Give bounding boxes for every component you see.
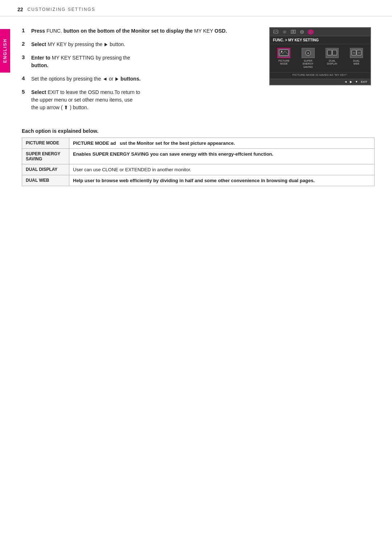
svg-rect-3: [291, 30, 293, 33]
page-title: CUSTOMIZING SETTINGS: [28, 7, 95, 12]
step-1-number: 1: [22, 27, 28, 33]
osd-saved-message: PICTURE MODE IS SAVED AS "MY KEY".: [270, 72, 370, 79]
osd-dual-display-icon: [326, 48, 339, 58]
arrow-right-icon-2: [115, 77, 118, 81]
svg-rect-4: [294, 30, 295, 33]
step-5-select: Select: [31, 89, 46, 95]
step-1-press: Press: [31, 28, 45, 34]
osd-bottom-bar: ◄ ▶ ▼ EXIT: [270, 79, 370, 85]
table-heading: Each option is explained below.: [22, 128, 375, 134]
osd-top-bar: [270, 28, 370, 36]
osd-super-energy-label: SUPERENERGYSAVING: [303, 60, 314, 69]
table-row-picture-mode: PICTURE MODE PICTURE MODE ad ust the Mon…: [22, 138, 375, 149]
step-5: 5 Select EXIT to leave the OSD menu.To r…: [22, 89, 258, 111]
osd-nav-down: ▼: [355, 80, 358, 83]
table-cell-key-2: SUPER ENERGY SAVING: [22, 149, 69, 164]
svg-point-11: [281, 51, 282, 52]
step-5-text3: the up arrow (: [31, 105, 62, 110]
svg-text:W: W: [352, 52, 355, 54]
language-tab-label: ENGLISH: [3, 38, 8, 63]
osd-option-dual-web: W W DUALWEB: [346, 48, 368, 69]
step-2-number: 2: [22, 41, 28, 47]
step-2-content: Select MY KEY by pressing the button.: [31, 41, 125, 48]
osd-picture-mode-label: PICTUREMODE: [278, 60, 290, 66]
step-4-number: 4: [22, 75, 28, 81]
step-2-select: Select: [31, 41, 46, 47]
steps-column: 1 Press FUNC. button on the bottom of th…: [22, 27, 258, 117]
step-1-content: Press FUNC. button on the bottom of the …: [31, 27, 227, 35]
svg-text:W: W: [358, 52, 360, 54]
osd-picture-icon: [273, 29, 279, 34]
step-2-mykey-label: MY KEY: [48, 41, 68, 47]
osd-options-grid: PICTUREMODE ☀ SUPERENERGYSAVING: [270, 44, 370, 72]
table-row-super-energy: SUPER ENERGY SAVING Enables SUPER ENERGY…: [22, 149, 375, 164]
osd-title-text: FUNC. > MY KEY SETTING: [273, 38, 319, 42]
step-5-content: Select EXIT to leave the OSD menu.To ret…: [31, 89, 140, 111]
step-1-mykey: MY KEY: [194, 28, 215, 34]
table-section: Each option is explained below. PICTURE …: [0, 128, 392, 186]
table-cell-key-4: DUAL WEB: [22, 175, 69, 186]
step-4: 4 Set the options by pressing the ◄ or b…: [22, 75, 258, 83]
step-3-number: 3: [22, 54, 28, 60]
svg-point-1: [284, 31, 285, 33]
osd-top-icons: [273, 29, 314, 34]
osd-option-super-energy: ☀ SUPERENERGYSAVING: [297, 48, 319, 69]
osd-panel-column: FUNC. > MY KEY SETTING PICTUREMODE: [269, 27, 375, 117]
step-4-or: or: [109, 76, 115, 82]
osd-option-picture-mode: PICTUREMODE: [273, 48, 295, 69]
step-3: 3 Enter to MY KEY SETTING by pressing th…: [22, 54, 258, 69]
step-5-text4: ) button.: [70, 105, 88, 110]
osd-display-icon: [290, 29, 296, 34]
osd-panel: FUNC. > MY KEY SETTING PICTUREMODE: [269, 27, 371, 85]
osd-super-energy-icon: ☀: [302, 48, 315, 58]
step-4-text: Set the options by pressing the: [31, 76, 102, 82]
svg-point-2: [283, 30, 286, 34]
info-table: PICTURE MODE PICTURE MODE ad ust the Mon…: [22, 138, 375, 186]
step-4-content: Set the options by pressing the ◄ or but…: [31, 75, 140, 83]
step-1-text: button on the bottom of the Monitor set …: [64, 28, 193, 34]
table-cell-key-1: PICTURE MODE: [22, 138, 69, 149]
step-4-buttons: buttons.: [121, 76, 140, 82]
osd-active-icon: [308, 29, 314, 34]
osd-exit-button[interactable]: EXIT: [361, 80, 367, 83]
osd-settings-icon: [282, 29, 287, 34]
page-header: 22 CUSTOMIZING SETTINGS: [0, 0, 392, 16]
osd-title: FUNC. > MY KEY SETTING: [270, 36, 370, 44]
step-3-ok-button: button.: [31, 62, 48, 68]
table-cell-value-2: Enables SUPER ENERGY SAVING you can save…: [69, 149, 375, 164]
table-cell-key-3: DUAL DISPLAY: [22, 164, 69, 175]
step-1-osd: OSD.: [215, 28, 227, 34]
table-cell-value-4: Help user to browse web efficiently by d…: [69, 175, 375, 186]
table-cell-value-3: User can use CLONE or EXTENDED in anothe…: [69, 164, 375, 175]
step-2-text: by pressing the: [68, 41, 104, 47]
step-5-up-arrow: ⬆: [64, 105, 68, 110]
language-tab: ENGLISH: [0, 29, 10, 73]
step-2-button: button.: [110, 41, 125, 47]
osd-globe-icon: [299, 29, 305, 34]
step-5-exit-label: EXIT: [48, 89, 60, 95]
page-number: 22: [17, 7, 23, 12]
step-5-number: 5: [22, 89, 28, 95]
step-3-mykey-label: MY KEY SETTING: [52, 55, 96, 61]
step-3-content: Enter to MY KEY SETTING by pressing the …: [31, 54, 130, 69]
main-content: 1 Press FUNC. button on the bottom of th…: [0, 27, 392, 117]
svg-point-9: [310, 31, 311, 32]
osd-dual-web-icon: W W: [350, 48, 363, 58]
step-1: 1 Press FUNC. button on the bottom of th…: [22, 27, 258, 35]
step-5-text1: to leave the OSD menu.To return to: [60, 89, 140, 95]
svg-rect-15: [332, 50, 337, 55]
step-4-left-arrow: ◄: [102, 76, 107, 82]
osd-option-dual-display: DUALDISPLAY: [321, 48, 343, 69]
step-3-text: by pressing the: [96, 55, 130, 61]
step-1-func-button: FUNC.: [46, 28, 64, 34]
osd-picture-mode-icon: [277, 48, 290, 58]
osd-dual-display-label: DUALDISPLAY: [327, 60, 338, 66]
step-5-text2: the upper menu or set other menu items, …: [31, 97, 132, 103]
step-3-enter: Enter to: [31, 55, 50, 61]
osd-nav-right: ▶: [350, 80, 352, 83]
svg-text:☀: ☀: [307, 52, 310, 55]
table-row-dual-display: DUAL DISPLAY User can use CLONE or EXTEN…: [22, 164, 375, 175]
svg-rect-14: [327, 50, 332, 55]
osd-dual-web-label: DUALWEB: [353, 60, 360, 66]
step-2: 2 Select MY KEY by pressing the button.: [22, 41, 258, 48]
